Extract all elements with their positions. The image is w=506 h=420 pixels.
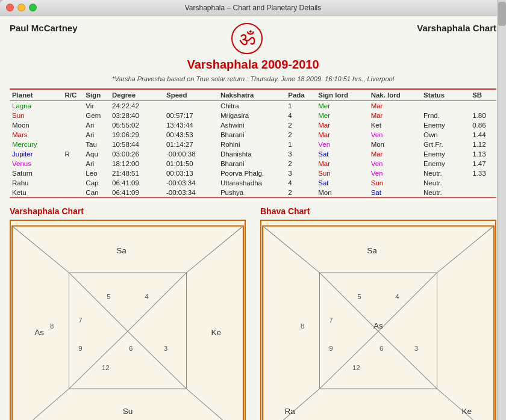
table-cell: Mon <box>369 140 421 149</box>
table-cell: Neutr. <box>421 168 470 178</box>
table-cell: 0.86 <box>470 120 496 130</box>
table-cell: Sun <box>316 168 368 178</box>
table-cell <box>164 101 218 111</box>
table-cell: Sun <box>10 111 62 120</box>
table-cell: 03:00:26 <box>110 149 164 159</box>
table-cell: 05:55:02 <box>110 120 164 130</box>
table-cell <box>62 159 83 168</box>
svg-text:4: 4 <box>395 293 399 300</box>
th-sign: Sign <box>83 89 110 101</box>
table-cell: Pushya <box>218 188 286 198</box>
window-title: Varshaphala – Chart and Planetary Detail… <box>185 4 322 12</box>
table-cell: 3 <box>286 168 316 178</box>
table-cell <box>62 178 83 188</box>
table-row: MarsAri19:06:2900:43:53Bharani2MarVenOwn… <box>10 130 496 140</box>
table-cell: 2 <box>286 130 316 140</box>
scrollbar[interactable] <box>497 0 506 420</box>
bhava-chart-box: Sa Ke As Ra 5 4 7 8 9 3 12 6 <box>260 220 496 420</box>
table-cell: Ashwini <box>218 120 286 130</box>
table-cell <box>62 101 83 111</box>
table-cell: 21:48:51 <box>110 168 164 178</box>
table-cell: Own <box>421 130 470 140</box>
table-cell: Mrigasira <box>218 111 286 120</box>
svg-text:Ra: Ra <box>284 407 295 416</box>
header: Paul McCartney ॐ Varshaphala Chart <box>10 23 496 55</box>
table-cell: 00:57:17 <box>164 111 218 120</box>
minimize-button[interactable] <box>17 4 25 11</box>
om-symbol: ॐ <box>231 23 263 54</box>
table-cell: Enemy <box>421 149 470 159</box>
table-cell: Mar <box>316 159 368 168</box>
table-cell: Mar <box>369 149 421 159</box>
svg-text:Sa: Sa <box>116 246 126 255</box>
th-degree: Degree <box>110 89 164 101</box>
table-cell: 2 <box>286 159 316 168</box>
table-cell <box>62 130 83 140</box>
table-cell: 06:41:09 <box>110 178 164 188</box>
th-pada: Pada <box>286 89 316 101</box>
th-sb: SB <box>470 89 496 101</box>
close-button[interactable] <box>6 4 14 11</box>
maximize-button[interactable] <box>29 4 37 11</box>
table-cell: 00:43:53 <box>164 130 218 140</box>
varshaphala-chart-box: Sa Su As Ke 5 4 7 8 9 3 12 6 <box>10 220 246 420</box>
table-cell <box>62 188 83 198</box>
table-cell: Mar <box>316 120 368 130</box>
charts-row: Varshaphala Chart <box>10 206 496 420</box>
svg-text:6: 6 <box>129 345 133 352</box>
table-cell: Ari <box>83 120 110 130</box>
planet-table: Planet R/C Sign Degree Speed Nakshatra P… <box>10 88 496 198</box>
th-naklord: Nak. lord <box>369 89 421 101</box>
table-cell: Tau <box>83 140 110 149</box>
header-center: ॐ <box>231 23 263 55</box>
person-name: Paul McCartney <box>10 23 78 33</box>
table-cell: Ven <box>369 130 421 140</box>
table-cell: Ari <box>83 130 110 140</box>
table-cell: 2 <box>286 120 316 130</box>
table-row: MercuryTau10:58:4401:14:27Rohini1VenMonG… <box>10 140 496 149</box>
th-status: Status <box>421 89 470 101</box>
svg-text:8: 8 <box>301 323 304 330</box>
subtitle: *Varsha Pravesha based on True solar ret… <box>10 75 496 82</box>
table-cell: Rohini <box>218 140 286 149</box>
svg-text:5: 5 <box>357 293 361 300</box>
table-row: MoonAri05:55:0213:43:44Ashwini2MarKetEne… <box>10 120 496 130</box>
table-cell <box>470 188 496 198</box>
th-speed: Speed <box>164 89 218 101</box>
bhava-chart-title: Bhava Chart <box>260 206 496 216</box>
table-cell: Frnd. <box>421 111 470 120</box>
svg-text:5: 5 <box>107 293 110 300</box>
svg-text:6: 6 <box>380 345 383 352</box>
table-cell: Rahu <box>10 178 62 188</box>
table-cell: Chitra <box>218 101 286 111</box>
table-row: SunGem03:28:4000:57:17Mrigasira4MerMarFr… <box>10 111 496 120</box>
svg-text:4: 4 <box>145 293 149 300</box>
table-cell: Bharani <box>218 130 286 140</box>
table-cell: 3 <box>286 149 316 159</box>
table-cell: R <box>62 149 83 159</box>
th-rc: R/C <box>62 89 83 101</box>
varshaphala-chart-title: Varshaphala Chart <box>10 206 246 216</box>
table-cell: Leo <box>83 168 110 178</box>
table-cell: Mercury <box>10 140 62 149</box>
table-cell: Neutr. <box>421 188 470 198</box>
table-cell: Enemy <box>421 120 470 130</box>
table-cell: Bharani <box>218 159 286 168</box>
svg-text:3: 3 <box>414 345 418 352</box>
table-cell: Poorva Phalg. <box>218 168 286 178</box>
table-cell <box>421 101 470 111</box>
svg-text:7: 7 <box>78 317 82 324</box>
bhava-chart-section: Bhava Chart <box>260 206 496 420</box>
table-cell <box>62 140 83 149</box>
table-cell: 1.47 <box>470 159 496 168</box>
table-cell: 24:22:42 <box>110 101 164 111</box>
bhava-svg: Sa Ke As Ra 5 4 7 8 9 3 12 6 <box>261 221 495 420</box>
table-cell: 1 <box>286 101 316 111</box>
table-row: JupiterRAqu03:00:26-00:00:38Dhanishta3Sa… <box>10 149 496 159</box>
table-cell: Ari <box>83 159 110 168</box>
table-cell: 19:06:29 <box>110 130 164 140</box>
svg-text:Ke: Ke <box>211 328 221 337</box>
table-row: SaturnLeo21:48:5100:03:13Poorva Phalg.3S… <box>10 168 496 178</box>
table-cell: 13:43:44 <box>164 120 218 130</box>
table-cell: -00:03:34 <box>164 178 218 188</box>
